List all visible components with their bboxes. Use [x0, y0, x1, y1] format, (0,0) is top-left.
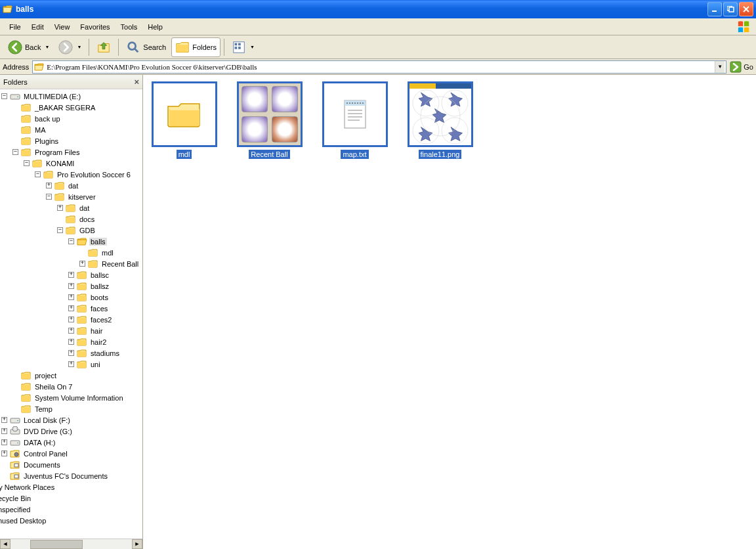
tree-toggle-icon[interactable]: + [46, 183, 52, 188]
menu-favorites[interactable]: Favorites [75, 22, 115, 32]
address-label: Address [3, 63, 29, 71]
tree-toggle-icon[interactable]: + [1, 417, 7, 423]
tree-node[interactable]: −Pro Evolution Soccer 6 [1, 169, 141, 180]
tree-toggle-icon[interactable]: + [1, 439, 7, 445]
search-label: Search [143, 43, 166, 51]
tree-toggle-icon[interactable]: − [57, 227, 63, 233]
tree-toggle-icon[interactable]: + [68, 317, 74, 322]
tree-toggle-icon[interactable]: + [68, 305, 74, 311]
tree-node[interactable]: back up [1, 113, 141, 124]
tree-node[interactable]: +faces2 [1, 314, 141, 325]
tree-node[interactable]: Sheila On 7 [1, 381, 141, 392]
scroll-right-icon[interactable]: ► [132, 539, 142, 549]
close-button[interactable] [739, 2, 753, 16]
maximize-button[interactable] [723, 2, 738, 16]
tree-toggle-icon[interactable]: + [68, 361, 74, 367]
scroll-left-icon[interactable]: ◄ [0, 539, 10, 549]
address-input[interactable] [47, 63, 715, 71]
tree-toggle-icon[interactable]: + [68, 328, 74, 334]
views-button[interactable]: ▼ [228, 37, 259, 57]
tree-node[interactable]: +dat [1, 180, 141, 191]
tree-node[interactable]: +boots [1, 292, 141, 303]
tree-node[interactable]: −kitserver [1, 191, 141, 202]
tree-node[interactable]: Juventus FC's Documents [1, 470, 141, 481]
tree-node[interactable]: Temp [1, 403, 141, 414]
svg-point-28 [352, 102, 353, 104]
tree-node[interactable]: mdl [1, 247, 141, 258]
tree-toggle-icon[interactable]: − [12, 149, 18, 155]
tree-node[interactable]: +ballsc [1, 269, 141, 280]
file-item[interactable]: finale11.png [406, 81, 474, 159]
tree-node[interactable]: Plugins [1, 135, 141, 146]
tree-node[interactable]: −balls [1, 236, 141, 247]
tree-node[interactable]: +hair [1, 325, 141, 336]
tree-node[interactable]: +DATA (H:) [1, 437, 141, 448]
tree-node[interactable]: MA [1, 124, 141, 135]
tree-node[interactable]: +Recent Ball [1, 258, 141, 269]
tree-toggle-icon[interactable]: − [35, 171, 41, 177]
tree-toggle-icon[interactable]: + [79, 261, 85, 267]
tree-toggle-icon[interactable]: + [1, 428, 7, 434]
tree-node[interactable]: +faces [1, 303, 141, 314]
tree-label: ballsz [89, 282, 110, 290]
tree-toggle-icon[interactable]: + [68, 294, 74, 300]
tree-toggle-icon[interactable]: + [68, 283, 74, 289]
tree-toggle-icon[interactable]: + [68, 339, 74, 345]
menu-help[interactable]: Help [142, 22, 168, 32]
menu-tools[interactable]: Tools [116, 22, 143, 32]
tree-node[interactable]: System Volume Information [1, 392, 141, 403]
tree-toggle-icon[interactable]: + [68, 272, 74, 278]
tree-node[interactable]: Documents [1, 459, 141, 470]
tree-node[interactable]: −MULTIMEDIA (E:) [1, 91, 141, 102]
tree-node[interactable]: _BAKAR SEGERA [1, 102, 141, 113]
address-dropdown-icon[interactable]: ▼ [715, 61, 724, 73]
menu-edit[interactable]: Edit [26, 22, 49, 32]
forward-button[interactable]: ▼ [54, 37, 85, 57]
tree-toggle-icon[interactable]: − [46, 194, 52, 200]
tree-node[interactable]: +Local Disk (F:) [1, 414, 141, 426]
tree-toggle-icon[interactable]: − [24, 160, 30, 166]
tree-toggle-icon[interactable]: + [1, 450, 7, 456]
go-button[interactable]: Go [730, 61, 753, 73]
minimize-button[interactable] [707, 2, 722, 16]
address-box[interactable]: ▼ [32, 60, 726, 74]
menu-view[interactable]: View [49, 22, 75, 32]
svg-point-29 [354, 102, 356, 104]
tree-node[interactable]: Unused Desktop [0, 515, 141, 526]
file-list[interactable]: mdl Recent Ball map.txt [143, 75, 756, 549]
sidebar-close-icon[interactable]: × [134, 77, 139, 87]
tree-node[interactable]: Recycle Bin [0, 493, 141, 504]
tree-node[interactable]: docs [1, 213, 141, 225]
tree-node[interactable]: +ballsz [1, 280, 141, 292]
tree-node[interactable]: −KONAMI [1, 158, 141, 169]
tree-toggle-icon[interactable]: − [68, 238, 74, 244]
tree-label: GDB [78, 227, 96, 234]
tree-node[interactable]: +dat [1, 202, 141, 213]
tree-node[interactable]: −Program Files [1, 146, 141, 158]
tree-label: docs [78, 215, 96, 223]
menu-file[interactable]: File [4, 22, 26, 32]
folder-item[interactable]: Recent Ball [235, 81, 304, 159]
tree-toggle-icon[interactable]: + [57, 205, 63, 211]
horizontal-scrollbar[interactable]: ◄ ► [0, 538, 142, 549]
tree-toggle-icon[interactable]: + [68, 350, 74, 356]
tree-node[interactable]: Unspecified [0, 504, 141, 515]
scroll-thumb[interactable] [30, 540, 83, 549]
file-item[interactable]: map.txt [320, 81, 389, 159]
back-button[interactable]: Back▼ [4, 37, 53, 57]
tree-node[interactable]: +stadiums [1, 347, 141, 359]
tree-node[interactable]: +DVD Drive (G:) [1, 426, 141, 437]
tree-toggle-icon[interactable]: − [1, 93, 7, 99]
svg-rect-10 [238, 47, 241, 49]
search-button[interactable]: Search [122, 37, 170, 57]
tree-node[interactable]: +Control Panel [1, 448, 141, 459]
tree-node[interactable]: +uni [1, 359, 141, 370]
tree-node[interactable]: +hair2 [1, 336, 141, 347]
folders-button[interactable]: Folders [171, 37, 220, 57]
folder-tree[interactable]: −MULTIMEDIA (E:)_BAKAR SEGERAback upMAPl… [0, 89, 142, 538]
tree-node[interactable]: My Network Places [0, 481, 141, 493]
folder-item[interactable]: mdl [150, 81, 219, 159]
tree-node[interactable]: −GDB [1, 225, 141, 236]
up-button[interactable] [93, 37, 115, 57]
tree-node[interactable]: project [1, 370, 141, 381]
